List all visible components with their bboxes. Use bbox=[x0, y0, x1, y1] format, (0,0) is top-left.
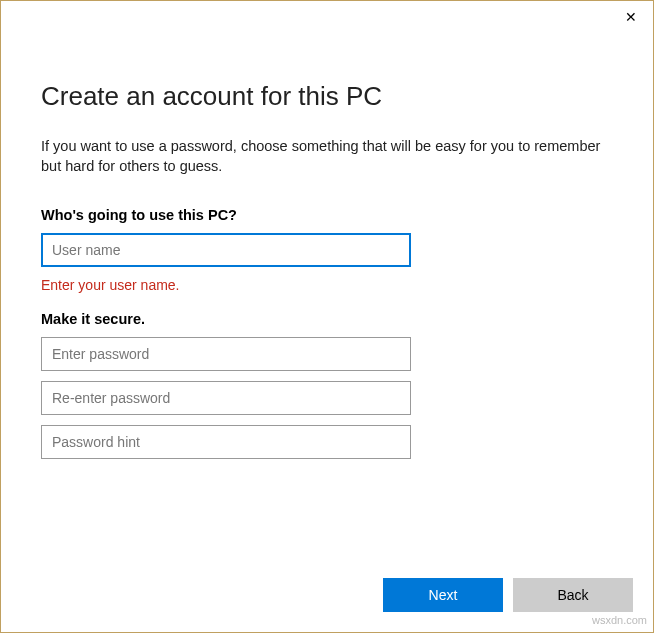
secure-section: Make it secure. bbox=[41, 311, 613, 459]
username-input[interactable] bbox=[41, 233, 411, 267]
page-description: If you want to use a password, choose so… bbox=[41, 136, 613, 177]
repassword-input[interactable] bbox=[41, 381, 411, 415]
page-title: Create an account for this PC bbox=[41, 81, 613, 112]
close-icon: ✕ bbox=[625, 9, 637, 25]
footer-buttons: Next Back bbox=[383, 578, 633, 612]
back-button[interactable]: Back bbox=[513, 578, 633, 612]
password-hint-input[interactable] bbox=[41, 425, 411, 459]
secure-section-label: Make it secure. bbox=[41, 311, 613, 327]
user-section-label: Who's going to use this PC? bbox=[41, 207, 613, 223]
password-input[interactable] bbox=[41, 337, 411, 371]
content-area: Create an account for this PC If you wan… bbox=[1, 33, 653, 459]
next-button[interactable]: Next bbox=[383, 578, 503, 612]
close-button[interactable]: ✕ bbox=[608, 1, 653, 33]
username-error: Enter your user name. bbox=[41, 277, 613, 293]
titlebar: ✕ bbox=[1, 1, 653, 33]
user-section: Who's going to use this PC? Enter your u… bbox=[41, 207, 613, 293]
watermark: wsxdn.com bbox=[592, 614, 647, 626]
